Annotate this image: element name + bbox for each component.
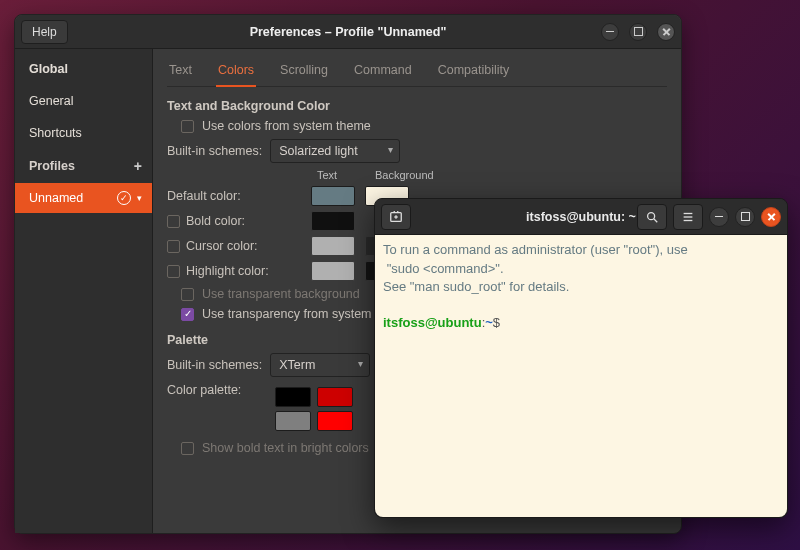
terminal-maximize-button[interactable] <box>735 207 755 227</box>
section-text-and-background: Text and Background Color <box>167 99 667 113</box>
swatch-cursor-text <box>311 236 355 256</box>
label-bold-bright: Show bold text in bright colors <box>202 441 369 455</box>
preferences-title: Preferences – Profile "Unnamed" <box>250 25 447 39</box>
svg-line-6 <box>654 218 658 222</box>
checkbox-highlight-color[interactable] <box>167 265 180 278</box>
prompt-end: $ <box>493 315 500 330</box>
tabs: Text Colors Scrolling Command Compatibil… <box>167 49 667 87</box>
terminal-titlebar: itsfoss@ubuntu: ~ <box>375 199 787 235</box>
terminal-minimize-button[interactable] <box>709 207 729 227</box>
select-palette-scheme[interactable]: XTerm <box>270 353 370 377</box>
sidebar-item-shortcuts[interactable]: Shortcuts <box>15 117 152 149</box>
label-color-palette: Color palette: <box>167 383 267 397</box>
prompt-path: ~ <box>485 315 493 330</box>
svg-point-5 <box>648 212 655 219</box>
label-cursor-color: Cursor color: <box>186 239 258 253</box>
tab-compatibility[interactable]: Compatibility <box>436 57 512 86</box>
label-bold-color: Bold color: <box>186 214 245 228</box>
checkbox-bold-bright[interactable] <box>181 442 194 455</box>
label-palette-scheme: Built-in schemes: <box>167 358 262 372</box>
terminal-body[interactable]: To run a command as administrator (user … <box>375 235 787 517</box>
terminal-msg-line1: To run a command as administrator (user … <box>383 242 688 257</box>
sidebar-heading-global: Global <box>15 53 152 85</box>
swatch-highlight-text <box>311 261 355 281</box>
label-transparent-background: Use transparent background <box>202 287 360 301</box>
select-builtin-scheme[interactable]: Solarized light <box>270 139 400 163</box>
sidebar-heading-profiles: Profiles + <box>15 149 152 183</box>
hamburger-menu-button[interactable] <box>673 204 703 230</box>
profile-name-label: Unnamed <box>29 191 111 205</box>
terminal-msg-line2: "sudo <command>". <box>383 261 504 276</box>
sidebar-item-general[interactable]: General <box>15 85 152 117</box>
help-button[interactable]: Help <box>21 20 68 44</box>
palette-swatch-1[interactable] <box>317 387 353 407</box>
palette-swatch-8[interactable] <box>275 411 311 431</box>
swatch-default-text[interactable] <box>311 186 355 206</box>
preferences-titlebar: Help Preferences – Profile "Unnamed" <box>15 15 681 49</box>
column-head-background: Background <box>375 169 419 181</box>
search-icon <box>645 210 659 224</box>
tab-scrolling[interactable]: Scrolling <box>278 57 330 86</box>
checkbox-transparency-system[interactable] <box>181 308 194 321</box>
window-minimize-button[interactable] <box>601 23 619 41</box>
label-highlight-color: Highlight color: <box>186 264 269 278</box>
sidebar-profile-unnamed[interactable]: Unnamed ✓ ▾ <box>15 183 152 213</box>
label-use-system-colors: Use colors from system theme <box>202 119 371 133</box>
checkbox-cursor-color[interactable] <box>167 240 180 253</box>
column-head-text: Text <box>317 169 361 181</box>
terminal-msg-line3: See "man sudo_root" for details. <box>383 279 569 294</box>
palette-swatch-9[interactable] <box>317 411 353 431</box>
swatch-bold-text <box>311 211 355 231</box>
checkbox-bold-color[interactable] <box>167 215 180 228</box>
palette-swatch-0[interactable] <box>275 387 311 407</box>
preferences-sidebar: Global General Shortcuts Profiles + Unna… <box>15 49 153 533</box>
profiles-label: Profiles <box>29 159 75 173</box>
new-tab-button[interactable] <box>381 204 411 230</box>
tab-text[interactable]: Text <box>167 57 194 86</box>
checkbox-transparent-background <box>181 288 194 301</box>
label-builtin-schemes: Built-in schemes: <box>167 144 262 158</box>
profile-menu-chevron-icon[interactable]: ▾ <box>137 193 142 203</box>
terminal-window: itsfoss@ubuntu: ~ To run a command as ad… <box>374 198 788 518</box>
window-maximize-button[interactable] <box>629 23 647 41</box>
add-profile-button[interactable]: + <box>134 158 142 174</box>
terminal-title: itsfoss@ubuntu: ~ <box>526 210 636 224</box>
label-default-color: Default color: <box>167 189 241 203</box>
prompt-user: itsfoss@ubuntu <box>383 315 482 330</box>
terminal-close-button[interactable] <box>761 207 781 227</box>
window-close-button[interactable] <box>657 23 675 41</box>
hamburger-icon <box>681 210 695 224</box>
tab-command[interactable]: Command <box>352 57 414 86</box>
search-button[interactable] <box>637 204 667 230</box>
tab-colors[interactable]: Colors <box>216 57 256 87</box>
profile-default-check-icon: ✓ <box>117 191 131 205</box>
new-tab-icon <box>389 210 403 224</box>
checkbox-use-system-colors[interactable] <box>181 120 194 133</box>
